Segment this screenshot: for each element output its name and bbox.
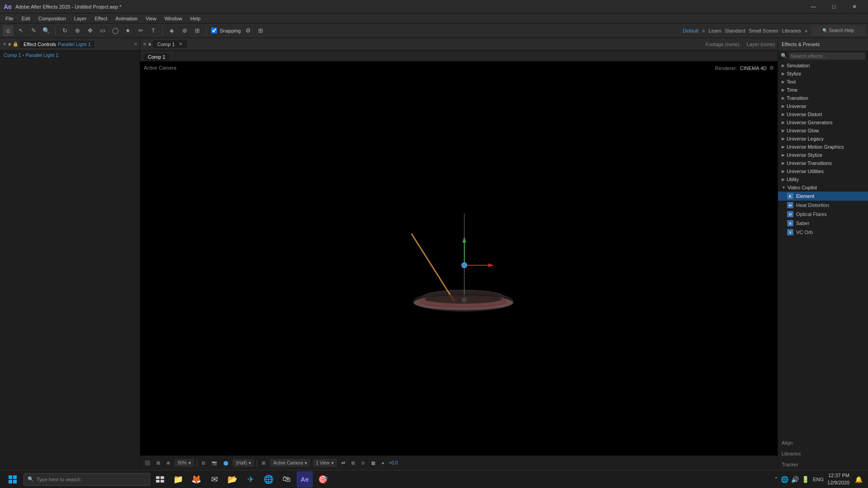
menu-window[interactable]: Window [161,15,186,22]
align-section[interactable]: Align [778,437,868,448]
view-toggle[interactable]: ⬛ [143,460,152,466]
menu-effect[interactable]: Effect [91,15,111,22]
battery-icon[interactable]: 🔋 [802,476,809,483]
category-time[interactable]: ▶ Time [778,86,868,94]
workspace-small-screen[interactable]: Small Screen [749,28,778,33]
files-btn[interactable]: 📂 [224,471,241,488]
view-count-dropdown[interactable]: 1 View ▾ [313,459,337,467]
menu-layer[interactable]: Layer [71,15,90,22]
store-btn[interactable]: 🛍 [278,471,295,488]
renderer-settings-btn[interactable]: ⚙ [769,65,774,71]
pen-tool[interactable]: ✎ [28,25,39,36]
track-tool[interactable]: ⊞ [192,25,203,36]
effect-optical-flares[interactable]: O Optical Flares [778,210,868,219]
firefox-btn[interactable]: 🦊 [188,471,204,488]
ellipse-tool[interactable]: ◯ [110,25,121,36]
grid-btn[interactable]: ⊞ [260,460,267,466]
file-explorer-btn[interactable]: 📁 [170,471,186,488]
search-help-btn[interactable]: 🔍 Search Help [811,25,865,36]
camera-dropdown[interactable]: Active Camera ▾ [270,459,310,467]
selection-tool[interactable]: ↖ [15,25,26,36]
menu-file[interactable]: File [2,15,17,22]
view-transfer[interactable]: ⇄ [340,460,347,466]
workspace-menu-icon[interactable]: ≡ [702,28,705,33]
tray-up-arrow[interactable]: ⌃ [774,476,778,482]
panel-close[interactable]: ✕ [3,42,6,47]
menu-animation[interactable]: Animation [112,15,141,22]
workspace-more[interactable]: » [805,28,807,33]
network-icon[interactable]: 🌐 [781,476,788,483]
rotate-tool[interactable]: ↻ [59,25,70,36]
effect-saber[interactable]: S Saber [778,219,868,228]
rect-tool[interactable]: ▭ [97,25,108,36]
close-button[interactable]: ✕ [844,0,864,14]
move-tool[interactable]: ✥ [85,25,95,36]
anchor-tool[interactable]: ⊕ [72,25,83,36]
category-video-copilot[interactable]: ▼ Video Copilot [778,183,868,192]
menu-composition[interactable]: Composition [35,15,70,22]
workspace-learn[interactable]: Learn [708,28,721,33]
extra-app-btn[interactable]: 🎯 [315,471,331,488]
category-universe-transitions[interactable]: ▶ Universe Transitions [778,159,868,167]
workspace-standard[interactable]: Standard [725,28,745,33]
category-stylize[interactable]: ▶ Stylize [778,70,868,78]
brush-tool[interactable]: ✏ [135,25,146,36]
fit-btn[interactable]: ⊟ [200,460,207,466]
menu-view[interactable]: View [142,15,160,22]
comp1-tab[interactable]: Comp 1 [143,52,170,61]
menu-help[interactable]: Help [187,15,204,22]
snap-options[interactable]: ⚙ [243,25,254,36]
category-universe-motion[interactable]: ▶ Universe Motion Graphics [778,143,868,151]
comp-tab-close[interactable]: ✕ [179,41,183,47]
guide-toggle[interactable]: ⊕ [165,460,172,466]
menu-edit[interactable]: Edit [18,15,34,22]
workspace-libraries[interactable]: Libraries [782,28,801,33]
category-universe-glow[interactable]: ▶ Universe Glow [778,127,868,135]
snapping-label[interactable]: Snapping [220,28,241,33]
effect-element[interactable]: E Element [778,192,868,201]
mask-tool[interactable]: ◈ [166,25,177,36]
render-preview[interactable]: ⊙ [359,460,367,466]
edge-btn[interactable]: 🌐 [260,471,277,488]
category-utility[interactable]: ▶ Utility [778,175,868,183]
text-tool[interactable]: T [148,25,159,36]
effect-vc-orb[interactable]: V VC Orb [778,228,868,237]
category-universe-blur[interactable]: ▶ Universe [778,102,868,110]
taskbar-search[interactable]: 🔍 Type here to search [24,473,150,486]
grid-snap[interactable]: ⊞ [255,25,266,36]
quality-dropdown[interactable]: (Half) ▾ [233,459,254,467]
roto-tool[interactable]: ⊛ [179,25,190,36]
effect-controls-tab[interactable]: Effect Controls Parallel Light 1 [20,41,94,48]
volume-icon[interactable]: 🔊 [791,476,799,483]
ae-btn[interactable]: Ae [297,471,313,488]
breadcrumb-comp[interactable]: Comp 1 [4,52,21,58]
home-tool[interactable]: ⌂ [3,25,14,36]
grid-toggle[interactable]: ⊞ [155,460,162,466]
effects-search-input[interactable] [789,52,865,60]
zoom-dropdown[interactable]: 50% ▾ [175,459,194,467]
category-universe-generators[interactable]: ▶ Universe Generators [778,118,868,127]
mail-btn[interactable]: ✉ [206,471,222,488]
color-btn[interactable]: ⬤ [222,460,230,466]
category-text[interactable]: ▶ Text [778,78,868,86]
comp-close[interactable]: ✕ [143,42,146,47]
libraries-section[interactable]: Libraries [778,448,868,459]
snapshot-btn[interactable]: 📷 [210,460,219,466]
star-tool[interactable]: ★ [123,25,133,36]
category-universe-stylize[interactable]: ▶ Universe Stylize [778,151,868,159]
minimize-button[interactable]: — [803,0,824,14]
category-universe-utilities[interactable]: ▶ Universe Utilities [778,167,868,175]
taskview-btn[interactable] [152,471,168,488]
start-button[interactable] [4,470,22,488]
viewport[interactable]: Active Camera [140,61,778,455]
comp-tab[interactable]: Comp 1 ✕ [153,40,187,48]
3d-grid[interactable]: ⊞ [349,460,357,466]
search-tool[interactable]: 🔍 [41,25,52,36]
effect-heat-distortion[interactable]: H Heat Distortion [778,201,868,210]
category-simulation[interactable]: ▶ Simulation [778,61,868,70]
maximize-button[interactable]: □ [824,0,844,14]
workspace-default[interactable]: Default [683,28,698,33]
panel-expand[interactable]: ≡ [134,42,137,47]
snapping-checkbox[interactable] [211,28,217,33]
category-universe-legacy[interactable]: ▶ Universe Legacy [778,135,868,143]
